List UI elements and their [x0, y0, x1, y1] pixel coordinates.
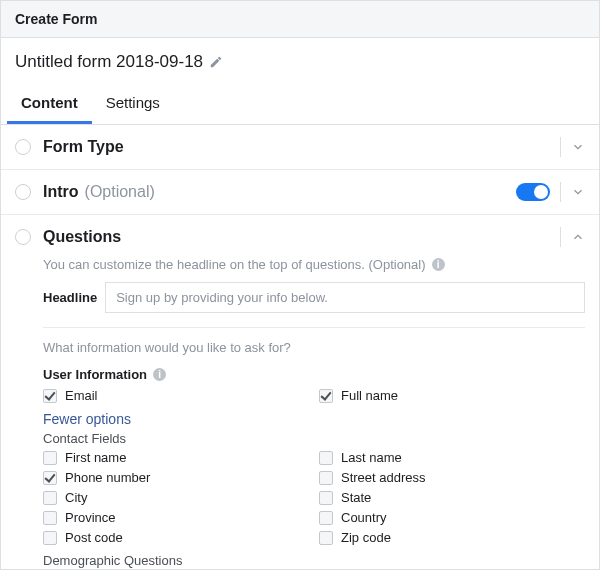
- checkbox-email[interactable]: Email: [43, 388, 309, 403]
- checkbox-label: Street address: [341, 470, 426, 485]
- chevron-up-icon[interactable]: [571, 230, 585, 244]
- form-scroll-area[interactable]: Form Type Intro (Optional): [1, 125, 599, 569]
- checkbox-icon: [43, 471, 57, 485]
- checkbox-label: Email: [65, 388, 98, 403]
- checkbox-icon: [43, 451, 57, 465]
- checkbox-province[interactable]: Province: [43, 510, 309, 525]
- checkbox-icon: [319, 511, 333, 525]
- divider: [43, 327, 585, 328]
- section-radio-intro[interactable]: [15, 184, 31, 200]
- checkbox-zip[interactable]: Zip code: [319, 530, 585, 545]
- tab-content[interactable]: Content: [7, 82, 92, 124]
- checkbox-firstname[interactable]: First name: [43, 450, 309, 465]
- checkbox-icon: [43, 511, 57, 525]
- checkbox-label: Last name: [341, 450, 402, 465]
- user-info-label: User Information: [43, 367, 147, 382]
- chevron-down-icon[interactable]: [571, 140, 585, 154]
- questions-prompt-text: What information would you like to ask f…: [43, 340, 291, 355]
- info-icon[interactable]: i: [153, 368, 166, 381]
- tab-settings[interactable]: Settings: [92, 82, 174, 124]
- section-radio-questions[interactable]: [15, 229, 31, 245]
- checkbox-icon: [319, 451, 333, 465]
- section-title-form-type: Form Type: [43, 138, 124, 156]
- section-questions: Questions You can customize the headline…: [1, 215, 599, 569]
- form-title-row: Untitled form 2018-09-18: [1, 38, 599, 82]
- questions-helper: You can customize the headline on the to…: [43, 257, 585, 272]
- checkbox-label: Province: [65, 510, 116, 525]
- tabs: Content Settings: [1, 82, 599, 125]
- checkbox-icon: [43, 491, 57, 505]
- checkbox-fullname[interactable]: Full name: [319, 388, 585, 403]
- dialog-header: Create Form: [1, 1, 599, 38]
- questions-helper-text: You can customize the headline on the to…: [43, 257, 426, 272]
- tab-content-label: Content: [21, 94, 78, 111]
- checkbox-icon: [43, 531, 57, 545]
- divider: [560, 182, 561, 202]
- section-title-questions: Questions: [43, 228, 121, 246]
- form-title: Untitled form 2018-09-18: [15, 52, 203, 72]
- checkbox-icon: [319, 491, 333, 505]
- intro-optional-label: (Optional): [85, 183, 155, 201]
- questions-prompt: What information would you like to ask f…: [43, 340, 585, 355]
- checkbox-state[interactable]: State: [319, 490, 585, 505]
- chevron-down-icon[interactable]: [571, 185, 585, 199]
- checkbox-label: Country: [341, 510, 387, 525]
- user-info-subhead: User Information i: [43, 367, 585, 382]
- checkbox-label: Phone number: [65, 470, 150, 485]
- divider: [560, 227, 561, 247]
- section-intro: Intro (Optional): [1, 170, 599, 215]
- checkbox-city[interactable]: City: [43, 490, 309, 505]
- checkbox-label: City: [65, 490, 87, 505]
- checkbox-label: First name: [65, 450, 126, 465]
- checkbox-icon: [319, 531, 333, 545]
- questions-body: You can customize the headline on the to…: [43, 257, 585, 569]
- tab-settings-label: Settings: [106, 94, 160, 111]
- demographic-label: Demographic Questions: [43, 553, 585, 568]
- contact-fields-label: Contact Fields: [43, 431, 585, 446]
- checkbox-label: Post code: [65, 530, 123, 545]
- checkbox-street[interactable]: Street address: [319, 470, 585, 485]
- checkbox-country[interactable]: Country: [319, 510, 585, 525]
- section-radio-form-type[interactable]: [15, 139, 31, 155]
- checkbox-postcode[interactable]: Post code: [43, 530, 309, 545]
- dialog-title: Create Form: [15, 11, 97, 27]
- headline-input[interactable]: [105, 282, 585, 313]
- checkbox-phone[interactable]: Phone number: [43, 470, 309, 485]
- info-icon[interactable]: i: [432, 258, 445, 271]
- divider: [560, 137, 561, 157]
- checkbox-icon: [319, 389, 333, 403]
- edit-title-icon[interactable]: [209, 55, 223, 69]
- checkbox-lastname[interactable]: Last name: [319, 450, 585, 465]
- checkbox-label: Zip code: [341, 530, 391, 545]
- checkbox-icon: [319, 471, 333, 485]
- headline-label: Headline: [43, 290, 97, 305]
- fewer-options-label: Fewer options: [43, 411, 131, 427]
- fewer-options-link[interactable]: Fewer options: [43, 411, 585, 427]
- section-form-type: Form Type: [1, 125, 599, 170]
- intro-toggle[interactable]: [516, 183, 550, 201]
- checkbox-icon: [43, 389, 57, 403]
- checkbox-label: State: [341, 490, 371, 505]
- checkbox-label: Full name: [341, 388, 398, 403]
- section-title-intro: Intro: [43, 183, 79, 201]
